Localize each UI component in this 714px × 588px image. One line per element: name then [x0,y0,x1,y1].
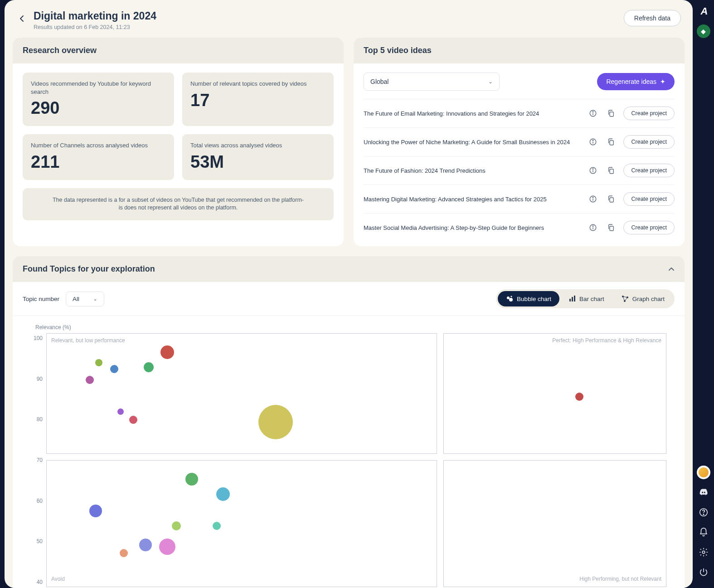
info-icon[interactable] [587,136,599,148]
chart-bubble[interactable] [139,539,152,551]
discord-icon[interactable] [697,486,710,499]
quadrant-bottom-right: High Performing, but not Relevant [443,460,666,587]
svg-rect-3 [610,112,613,117]
y-tick: 50 [37,538,43,544]
copy-icon[interactable] [605,193,617,205]
svg-rect-19 [610,226,613,231]
coin-icon[interactable] [697,466,710,479]
settings-icon[interactable] [697,545,710,559]
svg-point-21 [509,298,513,301]
svg-rect-11 [610,169,613,174]
found-topics-panel: Found Topics for your exploration Topic … [13,256,685,588]
bubble-plot: Relevant, but low performance Perfect: H… [46,333,666,587]
stat-label: Number of Channels across analysed video… [31,141,166,150]
toggle-label: Bar chart [579,296,604,302]
chart-bubble[interactable] [110,365,118,373]
create-project-button[interactable]: Create project [623,192,675,206]
chart-bubble[interactable] [185,473,198,486]
quadrant-top-right: Perfect: High Performance & High Relevan… [443,333,666,454]
scope-select[interactable]: Global ⌄ [364,73,500,91]
chart-bubble[interactable] [213,522,221,530]
quadrant-label: Perfect: High Performance & High Relevan… [552,337,661,345]
svg-point-20 [507,296,510,299]
regenerate-label: Regenerate ideas [606,78,656,85]
chart-bubble[interactable] [144,362,154,372]
chart-bubble[interactable] [159,539,175,555]
chart-type-toggle: Bubble chart Bar chart Graph chart [496,289,675,308]
app-logo-icon[interactable] [697,5,710,18]
chart-bubble[interactable] [86,376,94,384]
create-project-button[interactable]: Create project [623,135,675,149]
idea-title: Unlocking the Power of Niche Marketing: … [364,139,581,146]
info-icon[interactable] [587,222,599,233]
copy-icon[interactable] [605,165,617,176]
chart-bubble[interactable] [95,359,102,366]
idea-row: The Future of Fashion: 2024 Trend Predic… [364,156,675,185]
copy-icon[interactable] [605,136,617,148]
svg-point-31 [702,551,705,554]
y-tick: 60 [37,498,43,504]
svg-point-30 [703,514,704,515]
chevron-down-icon: ⌄ [93,296,97,302]
graph-chart-toggle[interactable]: Graph chart [613,291,673,306]
topic-number-select[interactable]: All ⌄ [66,292,104,306]
svg-rect-23 [569,299,571,301]
refresh-data-button[interactable]: Refresh data [624,10,681,26]
quadrant-top-left: Relevant, but low performance [46,333,437,454]
stat-card: Total views across analysed videos 53M [182,134,334,180]
quadrant-label: Avoid [51,576,65,583]
stat-value: 290 [31,98,166,118]
svg-point-14 [593,197,594,198]
stat-label: Total views across analysed videos [190,141,325,150]
stat-card: Number of relevant topics covered by vid… [182,73,334,126]
power-icon[interactable] [697,565,710,579]
idea-row: Master Social Media Advertising: A Step-… [364,213,675,242]
chart-bubble[interactable] [575,393,583,401]
copy-icon[interactable] [605,222,617,233]
back-button[interactable] [15,11,30,26]
chart-bubble[interactable] [160,345,174,359]
idea-row: Unlocking the Power of Niche Marketing: … [364,127,675,156]
notifications-icon[interactable] [697,525,710,539]
svg-rect-25 [574,296,575,301]
chart-bubble[interactable] [89,505,102,517]
app-secondary-logo-icon[interactable]: ◆ [697,24,710,38]
chart-bubble[interactable] [258,405,293,439]
regenerate-ideas-button[interactable]: Regenerate ideas ✦ [597,73,675,90]
info-icon[interactable] [587,165,599,176]
copy-icon[interactable] [605,107,617,119]
create-project-button[interactable]: Create project [623,164,675,177]
y-tick: 90 [37,376,43,382]
graph-chart-icon [622,295,629,302]
chart-bubble[interactable] [129,416,137,424]
research-overview-panel: Research overview Videos recommended by … [13,38,344,246]
svg-point-10 [593,169,594,170]
bar-chart-toggle[interactable]: Bar chart [560,291,612,306]
toggle-label: Graph chart [632,296,665,302]
bubble-chart-toggle[interactable]: Bubble chart [498,291,559,306]
stat-value: 17 [190,91,325,110]
chart-bubble[interactable] [172,521,181,530]
info-icon[interactable] [587,193,599,205]
chart-bubble[interactable] [216,487,230,501]
collapse-toggle[interactable] [668,266,675,272]
page-subtitle: Results updated on 6 Feb 2024, 11:23 [34,24,156,30]
svg-point-2 [593,112,594,112]
help-icon[interactable] [697,505,710,519]
topic-selected-value: All [73,296,79,302]
scope-selected-value: Global [370,78,389,85]
svg-point-6 [593,140,594,141]
stat-card: Number of Channels across analysed video… [23,134,174,180]
info-icon[interactable] [587,107,599,119]
svg-rect-15 [610,198,613,202]
quadrant-bottom-left: Avoid [46,460,437,587]
y-axis-label: Relevance (%) [35,324,666,330]
chart-bubble[interactable] [117,408,124,415]
create-project-button[interactable]: Create project [623,221,675,234]
svg-rect-24 [572,297,573,301]
idea-title: The Future of Email Marketing: Innovatio… [364,110,581,117]
create-project-button[interactable]: Create project [623,107,675,120]
chart-bubble[interactable] [120,549,128,557]
bar-chart-icon [568,295,576,302]
top-ideas-title: Top 5 video ideas [354,38,685,63]
